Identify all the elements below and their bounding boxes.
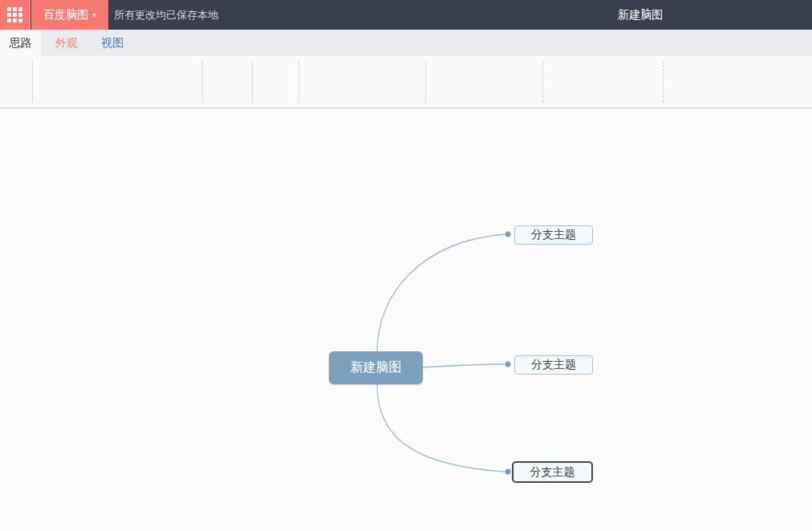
baidu-naotu-app: 百度脑图 ▾ 所有更改均已保存本地 新建脑图 思路 外观 视图 ↶ ↷ 插入下级… <box>0 0 812 531</box>
tab-bar: 思路 外观 视图 <box>0 30 812 56</box>
separator <box>663 61 664 103</box>
separator <box>32 61 33 103</box>
toolbar: ↶ ↷ 插入下级主题 插入上级主题 插入同级主题 ⬆ 上移 ⬇ 下移 <box>0 56 812 108</box>
tab-idea[interactable]: 思路 <box>0 30 41 56</box>
separator <box>202 61 203 103</box>
tab-appearance[interactable]: 外观 <box>47 30 87 56</box>
app-name-dropdown[interactable]: 百度脑图 ▾ <box>31 0 108 30</box>
separator <box>425 61 426 103</box>
connector-top <box>377 234 505 351</box>
document-title: 新建脑图 <box>618 0 663 30</box>
branch-node-2[interactable]: 分支主题 <box>514 355 593 375</box>
separator <box>542 61 543 103</box>
connector-dot <box>505 232 511 237</box>
grid-menu-icon <box>7 7 22 22</box>
app-grid-menu-button[interactable] <box>0 0 30 30</box>
connector-middle <box>423 364 505 367</box>
branch-node-3-selected[interactable]: 分支主题 <box>512 461 593 483</box>
branch-node-1[interactable]: 分支主题 <box>514 225 593 245</box>
connector-layer <box>0 108 812 531</box>
root-node[interactable]: 新建脑图 <box>329 351 423 384</box>
connector-dot <box>505 469 511 475</box>
top-bar: 百度脑图 ▾ 所有更改均已保存本地 新建脑图 <box>0 0 812 30</box>
connector-bottom <box>377 384 505 472</box>
separator <box>252 61 253 103</box>
save-status-text: 所有更改均已保存本地 <box>114 0 218 30</box>
tab-view[interactable]: 视图 <box>92 30 132 56</box>
mindmap-canvas[interactable]: 新建脑图 分支主题 分支主题 分支主题 <box>0 108 812 531</box>
app-name-label: 百度脑图 <box>43 8 88 22</box>
chevron-down-icon: ▾ <box>92 10 96 19</box>
separator <box>298 61 299 103</box>
connector-dot <box>505 362 511 367</box>
